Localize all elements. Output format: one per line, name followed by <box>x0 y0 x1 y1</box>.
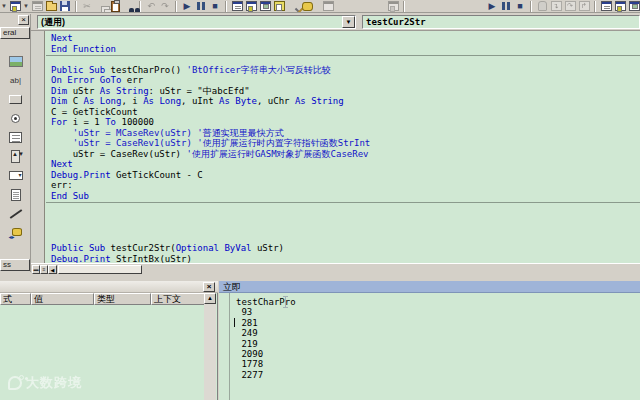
procedure-dropdown[interactable]: testCur2Str <box>362 15 640 29</box>
code-line: Debug.Print GetTickCount - C <box>51 170 640 181</box>
optionbutton-tool[interactable] <box>0 109 31 128</box>
find-button[interactable] <box>123 0 135 12</box>
drivelistbox-tool[interactable]: ▾ <box>0 166 31 185</box>
code-editor[interactable]: NextEnd Function Public Sub testCharPro(… <box>31 31 640 263</box>
procedure-view-button[interactable]: ▬ <box>32 265 40 274</box>
drivelistbox-icon: ▾ <box>9 171 23 180</box>
code-line: C = GetTickCount <box>51 107 640 118</box>
start-button[interactable]: ▶ <box>181 0 193 12</box>
immediate-output-area[interactable]: testCharPro 93 281 249 219 2090 1778 227… <box>219 293 640 400</box>
data-view-button[interactable] <box>301 0 313 12</box>
add-form-button[interactable] <box>9 0 21 12</box>
full-module-view-button[interactable]: ≡ <box>40 265 48 274</box>
undo-button[interactable]: ↶ <box>145 0 157 12</box>
watch-list-area[interactable] <box>0 305 204 400</box>
procedure-dropdown-value: testCur2Str <box>363 17 639 27</box>
immediate-line: testCharPro <box>236 297 640 307</box>
object-browser-button[interactable] <box>273 0 285 12</box>
filelistbox-icon <box>11 189 21 201</box>
end-button[interactable]: ■ <box>209 0 221 12</box>
commandbutton-tool[interactable] <box>0 90 31 109</box>
code-line: Public Sub testCur2Str(Optional ByVal uS… <box>51 243 640 254</box>
toolbar-left: ▼▼✂↶↷▶■ <box>0 0 400 12</box>
immediate-line: 2090 <box>236 349 640 359</box>
form-layout-button[interactable] <box>259 0 271 12</box>
immediate-line: 2277 <box>236 370 640 380</box>
filelistbox-tool[interactable] <box>0 185 31 204</box>
pointer-hand-button <box>538 1 547 11</box>
project-explorer-button[interactable] <box>231 0 243 12</box>
watch-titlebar[interactable]: × <box>0 281 218 293</box>
listbox-tool[interactable] <box>0 128 31 147</box>
paste-button[interactable] <box>109 0 121 12</box>
code-line: On Error GoTo err <box>51 75 640 86</box>
hscroll-thumb[interactable] <box>58 265 142 274</box>
alignment-grayed-button <box>388 1 399 11</box>
debug-start-button[interactable]: ▶ <box>486 0 498 12</box>
picturebox-tool[interactable] <box>0 52 31 71</box>
object-dropdown-value: (通用) <box>38 16 342 29</box>
step-over-button[interactable]: ↷ <box>564 0 576 12</box>
optionbutton-icon <box>11 114 20 123</box>
toolbar-separator <box>594 1 596 12</box>
project-explorer-button <box>232 1 243 11</box>
object-dropdown[interactable]: (通用) ▼ <box>37 15 356 29</box>
immediate-line: 249 <box>236 328 640 338</box>
vscrollbar-tool[interactable]: ▲▼ <box>0 147 31 166</box>
debug-break-button[interactable] <box>500 0 512 12</box>
break-button[interactable] <box>195 0 207 12</box>
open-project-button[interactable] <box>45 0 57 12</box>
copy-button[interactable] <box>95 0 107 12</box>
immediate-line: 93 <box>236 307 640 317</box>
immediate-line: 281 <box>236 318 640 328</box>
component-grayed-button <box>323 1 334 11</box>
toolbar-overflow-caret-icon[interactable]: ▼ <box>1 0 7 12</box>
alignment-grayed-button[interactable] <box>387 0 399 12</box>
data-view-button <box>302 2 313 11</box>
paste-button <box>111 1 120 12</box>
step-out-button[interactable]: ↱ <box>578 0 590 12</box>
step-into-button: ↴ <box>551 1 562 11</box>
code-lines: NextEnd Function Public Sub testCharPro(… <box>46 31 640 263</box>
chevron-down-icon[interactable]: ▼ <box>342 16 355 28</box>
code-line: 'uStr = MCaseRev(uStr) '普通实现里最快方式 <box>51 128 640 139</box>
scroll-up-icon[interactable]: ▲ <box>204 293 216 304</box>
code-hscrollbar[interactable]: ▬ ≡ ◀ <box>31 263 640 274</box>
toolbar-separator <box>139 1 141 12</box>
watch-vscrollbar[interactable]: ▲ <box>204 293 216 400</box>
step-into-button[interactable]: ↴ <box>550 0 562 12</box>
toolbox-tab-general[interactable]: eral <box>0 27 30 39</box>
code-line: uStr = CaseRev(uStr) '使用扩展运行时GASM对象扩展函数C… <box>51 149 640 160</box>
immediate-window-button[interactable] <box>614 0 626 12</box>
debug-end-button[interactable]: ■ <box>514 0 526 12</box>
watch-window-button[interactable] <box>628 0 640 12</box>
save-project-button[interactable] <box>59 0 71 12</box>
add-form-caret-icon[interactable]: ▼ <box>23 0 29 12</box>
code-margin-bar[interactable] <box>31 31 45 263</box>
data-control-tool[interactable] <box>0 223 31 242</box>
cut-button[interactable]: ✂ <box>81 0 93 12</box>
text-caret <box>234 318 235 327</box>
toolbox-button[interactable] <box>287 0 299 12</box>
step-over-button: ↷ <box>565 1 576 11</box>
toolbox-tab-bottom[interactable]: ss <box>0 259 30 271</box>
immediate-titlebar[interactable]: 立即 <box>219 281 640 293</box>
menu-editor-button[interactable] <box>31 0 43 12</box>
pointer-hand-button[interactable] <box>536 0 548 12</box>
redo-button[interactable]: ↷ <box>159 0 171 12</box>
menu-editor-button <box>32 1 43 11</box>
properties-window-button[interactable] <box>245 0 257 12</box>
watch-close-button[interactable]: × <box>203 282 215 292</box>
hscroll-left-icon[interactable]: ◀ <box>48 265 57 274</box>
textbox-tool[interactable]: ab| <box>0 71 31 90</box>
code-line: 'uStr = CaseRev1(uStr) '使用扩展运行时内置字符指针函数S… <box>51 138 640 149</box>
ibeam-cursor <box>282 296 289 308</box>
immediate-line: 219 <box>236 339 640 349</box>
toolbar: ▼▼✂↶↷▶■ ▶■↴↷↱ <box>0 0 640 13</box>
line-tool[interactable] <box>0 204 31 223</box>
locals-window-button[interactable] <box>600 0 612 12</box>
component-grayed-button[interactable] <box>322 0 334 12</box>
code-line: For i = 1 To 100000 <box>51 117 640 128</box>
toolbox-close-button[interactable]: × <box>18 15 29 25</box>
code-line <box>51 54 640 65</box>
